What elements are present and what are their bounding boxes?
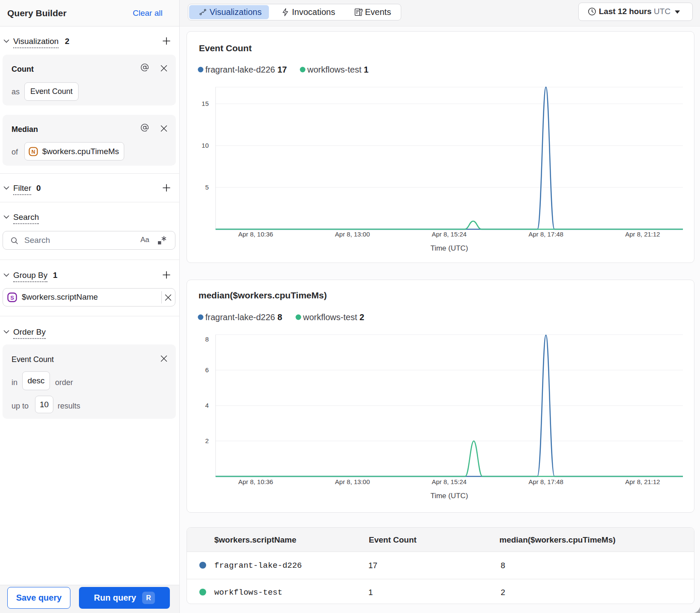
svg-text:4: 4	[205, 402, 209, 409]
svg-text:6: 6	[205, 366, 209, 374]
svg-text:5: 5	[205, 184, 209, 191]
svg-text:Apr 8, 13:00: Apr 8, 13:00	[335, 478, 370, 485]
svg-text:Apr 8, 10:36: Apr 8, 10:36	[238, 478, 273, 485]
svg-text:Apr 8, 15:24: Apr 8, 15:24	[432, 478, 467, 485]
svg-text:Apr 8, 15:24: Apr 8, 15:24	[432, 231, 467, 238]
svg-text:Apr 8, 13:00: Apr 8, 13:00	[335, 231, 370, 238]
svg-text:10: 10	[201, 142, 209, 149]
svg-text:workflows-test 1: workflows-test 1	[307, 65, 368, 74]
svg-text:Time (UTC): Time (UTC)	[430, 492, 468, 500]
svg-text:N: N	[32, 149, 35, 155]
svg-text:Apr 8, 17:48: Apr 8, 17:48	[528, 478, 563, 485]
svg-text:Apr 8, 21:12: Apr 8, 21:12	[625, 231, 660, 238]
svg-text:Apr 8, 21:12: Apr 8, 21:12	[625, 478, 660, 485]
svg-text:Apr 8, 10:36: Apr 8, 10:36	[238, 231, 273, 238]
svg-text:fragrant-lake-d226 17: fragrant-lake-d226 17	[205, 65, 287, 74]
svg-text:fragrant-lake-d226 8: fragrant-lake-d226 8	[205, 312, 282, 322]
svg-text:2: 2	[205, 437, 209, 444]
svg-text:8: 8	[205, 336, 209, 343]
svg-text:workflows-test 2: workflows-test 2	[303, 312, 364, 322]
svg-text:Apr 8, 17:48: Apr 8, 17:48	[528, 231, 563, 238]
svg-text:S: S	[10, 295, 14, 301]
svg-text:15: 15	[201, 100, 209, 107]
svg-text:Time (UTC): Time (UTC)	[430, 244, 468, 252]
